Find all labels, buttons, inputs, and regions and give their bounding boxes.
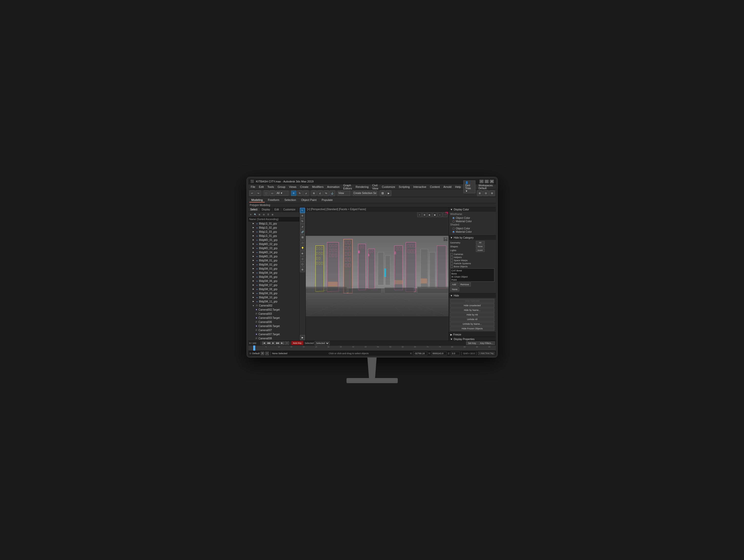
layer-btn2[interactable]: +	[265, 351, 269, 355]
cat-none-btn[interactable]: None	[450, 287, 459, 291]
list-item[interactable]: 🎥 Camera008	[248, 336, 299, 340]
selected-dropdown[interactable]: Selected	[315, 341, 330, 345]
list-item[interactable]: ▶ ● BldgMD_01_grp	[248, 238, 299, 242]
snap-button[interactable]: ⊞	[311, 190, 317, 196]
list-item[interactable]: ▶ ● BldgLG_03_grp	[248, 230, 299, 234]
list-item[interactable]: ▶ ● BldgSM_03_grp	[248, 266, 299, 271]
scene-list[interactable]: ▶ ● BldgLG_01_grp ▶ ● BldgLG_02_grp ▶ ●	[248, 221, 299, 341]
menu-graph-editors[interactable]: Graph Editors	[342, 183, 354, 190]
y-field[interactable]	[431, 351, 447, 355]
list-item[interactable]: ◆ Camera008.Target	[248, 340, 299, 341]
menu-civil-view[interactable]: Civil View	[371, 183, 380, 190]
list-item[interactable]: ▶ ● BldgMD_03_grp	[248, 246, 299, 250]
menu-help[interactable]: Help	[454, 185, 462, 189]
menu-edit[interactable]: Edit	[257, 185, 265, 189]
play-btn[interactable]: ▶	[271, 341, 275, 345]
list-item[interactable]: 🎥 Camera007	[248, 328, 299, 332]
list-item[interactable]: ▶ ● BldgSM_06_grp	[248, 279, 299, 283]
cb-spacewarps[interactable]	[450, 259, 453, 262]
hcat-all-btn[interactable]: All	[476, 241, 485, 244]
scene-list-view-btn[interactable]: ☰	[266, 213, 270, 217]
time-config-btn[interactable]: +	[285, 341, 289, 345]
angle-snap-button[interactable]: ∠	[317, 190, 323, 196]
list-item[interactable]: ▶ ● BldgLG_01_grp	[248, 221, 299, 226]
cat-add-btn[interactable]: Add	[450, 283, 458, 287]
list-item[interactable]: Bone	[451, 272, 494, 275]
vtool-helpers[interactable]: ⊕	[300, 251, 305, 256]
user-account[interactable]: 👤 Ged Trias ▼	[463, 180, 475, 193]
list-item[interactable]: Point	[451, 278, 494, 282]
redo-button[interactable]: ↪	[256, 190, 261, 196]
list-item[interactable]: ▼ 🎥 Camera002	[248, 303, 299, 307]
list-item[interactable]: ▶ ● BldgSM_08_grp	[248, 287, 299, 291]
vtool-systems[interactable]: ⚙	[300, 267, 305, 272]
render-button[interactable]: ▶	[386, 190, 392, 196]
vp-btn-2[interactable]: ⊞	[422, 213, 427, 217]
list-item[interactable]: 🎥 Camera006	[248, 320, 299, 324]
menu-scripting[interactable]: Scripting	[397, 185, 411, 189]
tab-selection[interactable]: Selection	[283, 198, 298, 202]
scene-close-btn[interactable]: ✕	[249, 213, 253, 217]
menu-views[interactable]: Views	[287, 185, 298, 189]
list-item[interactable]: ▶ ● BldgSM_10_grp	[248, 295, 299, 299]
hcat-invert-btn[interactable]: Invert	[476, 249, 485, 252]
list-item[interactable]: ▶ ● BldgSM_01_grp	[248, 258, 299, 262]
list-item[interactable]: ▶ ● BldgSM_02_grp	[248, 262, 299, 266]
hide-unselected-btn[interactable]: Hide Unselected	[450, 303, 494, 307]
scene-expand-btn[interactable]: ⊞	[258, 213, 262, 217]
percent-snap-button[interactable]: %	[324, 190, 329, 196]
x-field[interactable]	[413, 351, 427, 355]
menu-arnold[interactable]: Arnold	[442, 185, 453, 189]
list-item[interactable]: ◆ Camera006.Target	[248, 324, 299, 328]
tab-populate[interactable]: Populate	[320, 198, 335, 202]
viewport-canvas[interactable]: TOP + ⊞ ◐ ◉ ▪ ⋯	[306, 212, 448, 341]
radio-shaded-obj[interactable]	[452, 227, 455, 230]
list-item[interactable]: 🎥 Camera003	[248, 312, 299, 316]
unhide-all-btn[interactable]: Unhide All	[450, 317, 494, 322]
list-item[interactable]: ◆ Camera007.Target	[248, 332, 299, 336]
scene-filter-btn[interactable]: 🔍	[253, 213, 257, 217]
list-item[interactable]: ▶ ● BldgSM_04_grp	[248, 271, 299, 275]
next-frame-btn[interactable]: ▶|	[281, 341, 285, 345]
prev-frame-btn[interactable]: |◀	[262, 341, 266, 345]
scene-tab-customize[interactable]: Customize	[281, 207, 298, 212]
unhide-by-name-btn[interactable]: Unhide by Name...	[450, 322, 494, 326]
vp-btn-5[interactable]: ▪	[438, 213, 442, 217]
cb-helpers[interactable]	[450, 256, 453, 259]
vtool-unlink[interactable]: ⛓	[300, 235, 305, 240]
radio-wireframe-obj[interactable]	[452, 217, 455, 219]
list-item[interactable]: ◆ Camera002.Target	[248, 307, 299, 312]
hide-category-header[interactable]: ▼ Hide by Category	[449, 235, 496, 240]
list-item[interactable]: ◆ Camera003.Target	[248, 316, 299, 320]
tab-modeling[interactable]: Modeling	[249, 198, 265, 202]
next-key-btn[interactable]: ▶▶	[276, 341, 280, 345]
display-color-header[interactable]: ▼ Display Color	[449, 207, 496, 212]
render-setup-button[interactable]: 🖼	[379, 190, 385, 196]
list-item[interactable]: CAT Bone	[451, 269, 494, 272]
list-item[interactable]: ▶ ● BldgSM_09_grp	[248, 291, 299, 295]
undo-button[interactable]: ↩	[249, 190, 255, 196]
vtool-select[interactable]: ↖	[300, 208, 305, 213]
hcat-none-btn[interactable]: None	[476, 245, 485, 248]
select-region-button[interactable]: ▭	[270, 190, 275, 196]
cat-remove-btn[interactable]: Remove	[459, 283, 471, 287]
select-filter[interactable]: All ▼	[276, 191, 289, 196]
restore-button[interactable]: □	[485, 180, 489, 183]
menu-rendering[interactable]: Rendering	[354, 185, 370, 189]
display-props-header[interactable]: ▼ Display Properties	[449, 337, 496, 341]
cb-particles[interactable]	[450, 262, 453, 265]
scene-tab-select[interactable]: Select	[248, 207, 260, 212]
mirror-button[interactable]: ⊟	[483, 190, 489, 196]
radio-shaded-mat[interactable]	[452, 231, 455, 233]
timeline-scrubber[interactable]: 0 5 10 15 20 25 30 35 40 45 50 55 60 65	[248, 345, 496, 350]
scene-grid-view-btn[interactable]: ⊞	[271, 213, 275, 217]
menu-file[interactable]: File	[249, 185, 257, 189]
menu-group[interactable]: Group	[276, 185, 287, 189]
minimize-button[interactable]: ─	[480, 180, 484, 183]
cb-bones[interactable]	[450, 265, 453, 268]
vtool-camera[interactable]: 🎥	[300, 240, 305, 245]
list-item[interactable]: ▶ ● BldgLG_01_grp	[248, 234, 299, 238]
workspace-selector[interactable]: Workspaces: Default	[477, 184, 495, 190]
hide-by-hit-btn[interactable]: Hide by Hit	[450, 313, 494, 317]
menu-modifiers[interactable]: Modifiers	[311, 185, 325, 189]
